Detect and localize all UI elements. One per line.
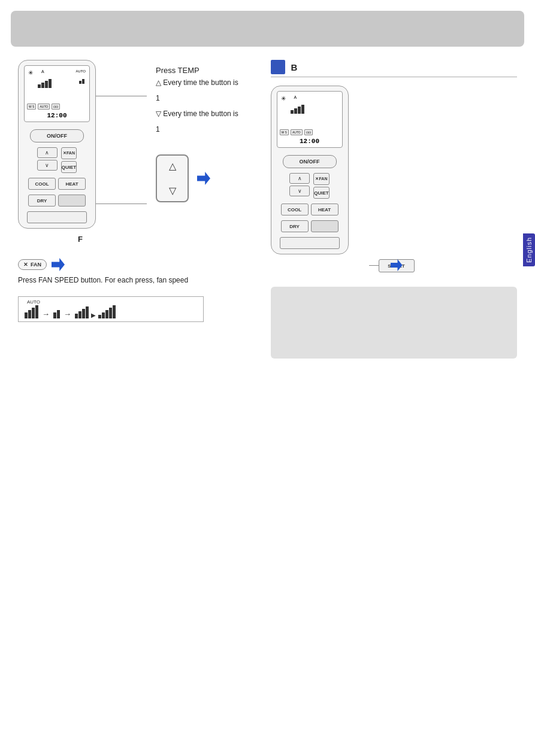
fan-quiet-group-right: ✕FAN QUIET xyxy=(313,173,329,199)
up-down-group: ∧ ∨ xyxy=(37,147,58,173)
fb6 xyxy=(57,310,60,318)
bar5 xyxy=(79,81,81,84)
info-box xyxy=(271,287,518,359)
callout-line-1-bar xyxy=(96,96,147,96)
section-header-text: B xyxy=(291,62,298,72)
remote-screen-right: ✳ A W S AUTO ⊡⊡ xyxy=(277,91,343,148)
screen-bars xyxy=(38,79,52,88)
fan-bars-max xyxy=(98,305,116,318)
screen-mini-btns: W S AUTO ⊡⊡ xyxy=(27,104,87,110)
fan-diagram: → → ▶ xyxy=(25,305,197,318)
remote-screen-left: ✳ A AUTO xyxy=(24,65,90,122)
left-column: ✳ A AUTO xyxy=(18,60,265,359)
remote-body-right: ✳ A W S AUTO ⊡⊡ xyxy=(271,86,349,254)
dry-btn-left[interactable]: DRY xyxy=(28,195,56,207)
fan-arrow-2: → xyxy=(64,309,71,318)
quiet-btn-right[interactable]: QUIET xyxy=(313,187,329,199)
screen-mini-btns-right: W S AUTO ⊡⊡ xyxy=(280,129,340,135)
fan-btn-row: ✕ FAN xyxy=(18,258,265,271)
temp-btn-visual: △ ▽ xyxy=(156,154,189,202)
dry-row: DRY xyxy=(28,195,86,207)
callout-line-2 xyxy=(96,204,147,204)
mini-fan-btn: ⊡⊡ xyxy=(52,104,60,110)
instruction-text-block: Press TEMP △ Every time the button is 1 … xyxy=(156,66,238,211)
screen-a-label: A xyxy=(41,69,44,74)
fan-arrow-1: → xyxy=(42,309,50,318)
down-btn-right[interactable]: ∨ xyxy=(289,186,310,196)
fan-speed-desc: Press FAN SPEED button. For each press, … xyxy=(18,276,265,284)
fan-quiet-group: ✕FAN QUIET xyxy=(61,147,77,173)
quiet-btn-left[interactable]: QUIET xyxy=(61,161,77,173)
up-instruction: △ Every time the button is xyxy=(156,78,238,87)
up-value: 1 xyxy=(156,94,238,102)
bar4 xyxy=(49,79,52,88)
fb10 xyxy=(86,306,89,318)
fb14 xyxy=(109,308,112,318)
fan-speed-section: ✕ FAN Press FAN SPEED button. For each p… xyxy=(18,258,265,322)
temp-btn-area: △ ▽ xyxy=(156,145,238,211)
cool-heat-row-right: COOL HEAT xyxy=(281,204,338,215)
section-divider xyxy=(271,77,518,77)
time-display-left: 12:00 xyxy=(47,112,67,119)
wide-blank-btn-left xyxy=(27,211,87,223)
bar2 xyxy=(41,83,44,88)
bar3 xyxy=(45,81,48,88)
bar1 xyxy=(38,84,41,88)
fan-arrow-3: ▶ xyxy=(91,312,96,318)
auto-label-diagram: AUTO xyxy=(27,299,40,305)
mini-auto-btn-right: AUTO xyxy=(291,129,303,135)
heat-btn-left[interactable]: HEAT xyxy=(58,178,86,190)
down-instruction: ▽ Every time the button is xyxy=(156,110,238,118)
cool-heat-row: COOL HEAT xyxy=(28,178,86,190)
screen-bars-right xyxy=(291,105,304,114)
mini-ws-btn: W S xyxy=(27,104,36,110)
up-btn-right[interactable]: ∧ xyxy=(289,173,310,184)
fb8 xyxy=(78,311,81,318)
fb15 xyxy=(113,305,116,318)
bar6 xyxy=(82,79,84,84)
down-btn-left[interactable]: ∨ xyxy=(37,160,58,171)
section-f-label: F xyxy=(78,235,265,244)
fb11 xyxy=(98,315,101,318)
fan-btn-right[interactable]: ✕FAN xyxy=(313,173,329,185)
heat-btn-right[interactable]: HEAT xyxy=(311,204,338,215)
mini-auto-btn: AUTO xyxy=(38,104,50,110)
btn-row-1: ∧ ∨ ✕FAN QUIET xyxy=(37,147,77,173)
header-bar xyxy=(11,11,524,47)
up-down-group-right: ∧ ∨ xyxy=(289,173,310,199)
fb4 xyxy=(35,305,38,318)
fb5 xyxy=(53,312,56,318)
fan-bars-med xyxy=(53,310,60,318)
fan-bars-auto xyxy=(25,305,38,318)
screen-bars2 xyxy=(79,79,84,84)
wide-blank-btn-right xyxy=(280,237,340,249)
onoff-btn-left[interactable]: ON/OFF xyxy=(30,129,84,142)
cool-btn-right[interactable]: COOL xyxy=(281,204,309,215)
dry-row-right: DRY xyxy=(281,220,338,232)
down-value: 1 xyxy=(156,125,238,133)
onoff-btn-right[interactable]: ON/OFF xyxy=(283,155,337,168)
pointer-area xyxy=(197,172,210,185)
time-display-right: 12:00 xyxy=(300,138,319,145)
up-btn-left[interactable]: ∧ xyxy=(37,147,58,158)
remote-left: ✳ A AUTO xyxy=(18,60,96,229)
snowflake-icon: ✳ xyxy=(28,69,33,76)
fb9 xyxy=(82,309,85,318)
english-tab: English xyxy=(523,233,535,266)
remote-body-left: ✳ A AUTO xyxy=(18,60,96,229)
screen-icons: ✳ xyxy=(28,69,33,76)
cool-btn-left[interactable]: COOL xyxy=(28,178,56,190)
fan-pointer-icon xyxy=(52,258,65,271)
screen-icons-right: ✳ xyxy=(281,95,286,102)
rbar2 xyxy=(294,108,297,114)
up-triangle: △ xyxy=(169,160,176,172)
callout-line-1 xyxy=(96,96,147,96)
fb3 xyxy=(32,308,35,318)
mini-ws-btn-right: W S xyxy=(280,129,289,135)
fb13 xyxy=(105,310,108,318)
pointer-arrow-icon xyxy=(197,172,210,185)
dry-btn-right[interactable]: DRY xyxy=(281,220,309,232)
fan-btn-left[interactable]: ✕FAN xyxy=(61,147,77,159)
fan-label-visual: FAN xyxy=(31,262,41,268)
right-remote-wrapper: ✳ A W S AUTO ⊡⊡ xyxy=(271,86,349,254)
